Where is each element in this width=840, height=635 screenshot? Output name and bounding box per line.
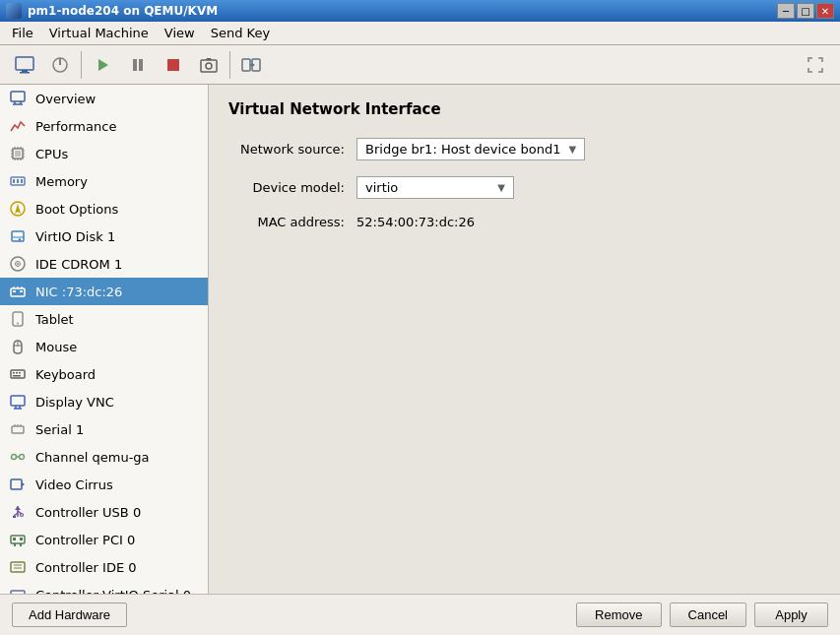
network-source-control: Bridge br1: Host device bond1 ▼ (356, 138, 585, 160)
serial-icon (8, 419, 28, 439)
sidebar-item-overview[interactable]: Overview (0, 85, 208, 112)
mac-address-row: MAC address: 52:54:00:73:dc:26 (228, 215, 820, 229)
minimize-button[interactable]: ─ (777, 3, 795, 19)
sidebar-item-controller-ide[interactable]: Controller IDE 0 (0, 553, 208, 581)
sidebar-item-nic[interactable]: NIC :73:dc:26 (0, 278, 208, 305)
menu-sendkey[interactable]: Send Key (203, 24, 278, 42)
sidebar-label-boot-options: Boot Options (35, 202, 118, 217)
sidebar-item-serial[interactable]: Serial 1 (0, 415, 208, 443)
svg-rect-40 (12, 231, 24, 241)
sidebar-item-video-cirrus[interactable]: Video Cirrus (0, 471, 208, 498)
power-button[interactable] (43, 48, 77, 82)
remove-button[interactable]: Remove (576, 603, 661, 627)
svg-rect-7 (139, 59, 143, 71)
svg-rect-61 (11, 396, 25, 406)
mouse-icon (8, 337, 28, 356)
sidebar-item-mouse[interactable]: Mouse (0, 333, 208, 360)
svg-point-10 (206, 63, 212, 69)
svg-marker-15 (252, 63, 255, 67)
channel-icon (8, 447, 28, 467)
sidebar-label-serial: Serial 1 (35, 422, 84, 437)
mac-address-value: 52:54:00:73:dc:26 (356, 215, 475, 229)
sidebar-item-display-vnc[interactable]: Display VNC (0, 388, 208, 415)
sidebar-label-controller-ide: Controller IDE 0 (35, 560, 137, 575)
sidebar-item-memory[interactable]: Memory (0, 167, 208, 195)
performance-icon (8, 116, 28, 136)
snapshot-icon (198, 54, 220, 76)
play-button[interactable] (86, 48, 119, 82)
toolbar-sep-1 (81, 51, 82, 79)
memory-icon (8, 171, 28, 191)
svg-rect-57 (13, 372, 15, 374)
menu-vm[interactable]: Virtual Machine (41, 24, 157, 42)
svg-point-42 (19, 238, 21, 240)
sidebar-item-ide-cdrom[interactable]: IDE CDROM 1 (0, 250, 208, 278)
chevron-down-icon: ▼ (497, 182, 505, 193)
device-model-label: Device model: (228, 180, 356, 195)
svg-point-78 (21, 514, 24, 517)
sidebar-item-cpus[interactable]: CPUs (0, 140, 208, 167)
content-title: Virtual Network Interface (228, 100, 820, 118)
svg-rect-88 (11, 591, 25, 594)
sidebar-label-ide-cdrom: IDE CDROM 1 (35, 257, 122, 272)
device-model-dropdown[interactable]: virtio ▼ (356, 176, 514, 199)
svg-rect-21 (15, 151, 21, 157)
console-button[interactable] (8, 48, 41, 82)
sidebar-label-controller-usb: Controller USB 0 (35, 505, 141, 520)
video-icon (8, 475, 28, 494)
monitor-icon (14, 54, 35, 76)
mac-address-label: MAC address: (228, 215, 356, 229)
nic-icon (8, 282, 28, 301)
svg-rect-58 (16, 372, 18, 374)
sidebar-label-controller-virtio: Controller VirtIO Serial 0 (35, 588, 191, 595)
svg-rect-60 (13, 375, 21, 377)
sidebar-label-controller-pci: Controller PCI 0 (35, 533, 135, 547)
sidebar-item-controller-virtio[interactable]: Controller VirtIO Serial 0 (0, 581, 208, 594)
sidebar-label-overview: Overview (35, 92, 96, 106)
svg-rect-51 (20, 290, 23, 292)
virtio-icon (8, 585, 28, 594)
toolbar (0, 45, 840, 85)
sidebar-item-channel[interactable]: Channel qemu-ga (0, 443, 208, 471)
fullscreen-button[interactable] (799, 48, 832, 82)
apply-button[interactable]: Apply (754, 603, 828, 627)
maximize-button[interactable]: □ (797, 3, 814, 19)
cancel-button[interactable]: Cancel (670, 603, 746, 627)
network-source-dropdown[interactable]: Bridge br1: Host device bond1 ▼ (356, 138, 585, 160)
sidebar-item-keyboard[interactable]: Keyboard (0, 360, 208, 388)
titlebar-left: pm1-node204 on QEMU/KVM (6, 3, 218, 19)
sidebar-item-controller-pci[interactable]: Controller PCI 0 (0, 526, 208, 553)
sidebar-label-tablet: Tablet (35, 312, 74, 327)
snapshot-button[interactable] (192, 48, 226, 82)
bottombar: Add Hardware Remove Cancel Apply (0, 594, 840, 635)
sidebar-label-performance: Performance (35, 119, 116, 134)
display-icon (8, 392, 28, 412)
svg-rect-65 (12, 426, 24, 433)
svg-point-70 (20, 455, 25, 460)
sidebar-item-boot-options[interactable]: Boot Options (0, 195, 208, 222)
menu-file[interactable]: File (4, 24, 41, 42)
titlebar: pm1-node204 on QEMU/KVM ─ □ ✕ (0, 0, 840, 22)
svg-rect-79 (13, 516, 16, 518)
svg-rect-0 (16, 57, 33, 70)
pause-button[interactable] (121, 48, 155, 82)
cpu-icon (8, 144, 28, 163)
migrate-icon (240, 54, 262, 76)
sidebar-item-virtio-disk[interactable]: VirtIO Disk 1 (0, 222, 208, 250)
menu-view[interactable]: View (157, 24, 203, 42)
sidebar-item-controller-usb[interactable]: Controller USB 0 (0, 498, 208, 526)
stop-button[interactable] (157, 48, 190, 82)
sidebar-item-performance[interactable]: Performance (0, 112, 208, 140)
migrate-button[interactable] (234, 48, 268, 82)
add-hardware-button[interactable]: Add Hardware (12, 603, 127, 627)
close-button[interactable]: ✕ (816, 3, 834, 19)
titlebar-title: pm1-node204 on QEMU/KVM (28, 4, 218, 18)
sidebar-item-tablet[interactable]: Tablet (0, 305, 208, 333)
svg-rect-50 (13, 290, 16, 292)
svg-rect-56 (11, 370, 25, 378)
svg-rect-72 (11, 479, 22, 489)
sidebar-label-cpus: CPUs (35, 147, 68, 161)
main-area: Overview Performance (0, 85, 840, 594)
svg-rect-59 (19, 372, 21, 374)
svg-rect-8 (167, 59, 179, 71)
